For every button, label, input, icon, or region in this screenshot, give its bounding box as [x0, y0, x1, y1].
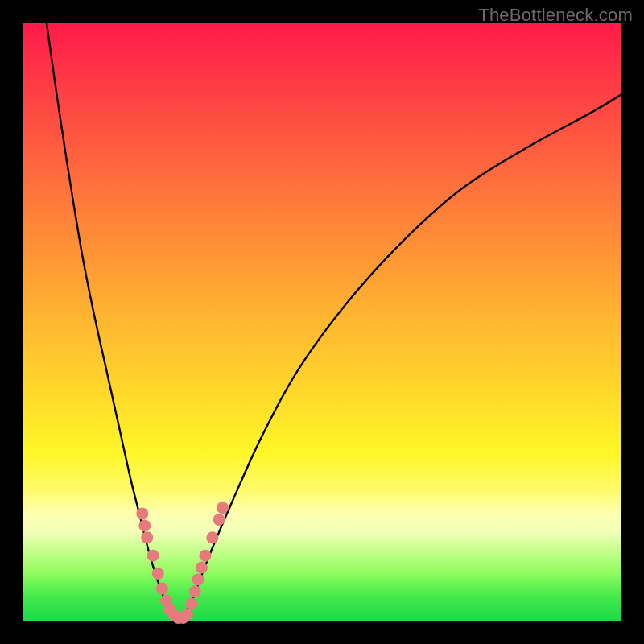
outer-frame: TheBottleneck.com — [0, 0, 644, 644]
data-marker — [206, 531, 218, 543]
watermark-text: TheBottleneck.com — [478, 5, 633, 26]
data-marker — [196, 562, 208, 574]
data-marker — [199, 550, 211, 562]
bottleneck-curve-svg — [23, 23, 621, 621]
data-marker — [138, 519, 151, 531]
data-marker — [136, 508, 148, 520]
data-marker — [156, 583, 168, 595]
data-marker — [213, 514, 225, 526]
data-marker — [147, 550, 159, 562]
marker-group — [136, 502, 229, 624]
plot-area — [23, 23, 621, 621]
data-marker — [192, 573, 204, 585]
data-marker — [181, 609, 193, 621]
data-marker — [141, 531, 153, 543]
bottleneck-curve — [47, 23, 621, 619]
curve-group — [47, 23, 621, 619]
data-marker — [217, 502, 229, 514]
data-marker — [152, 568, 164, 580]
data-marker — [189, 585, 201, 597]
data-marker — [185, 597, 197, 609]
